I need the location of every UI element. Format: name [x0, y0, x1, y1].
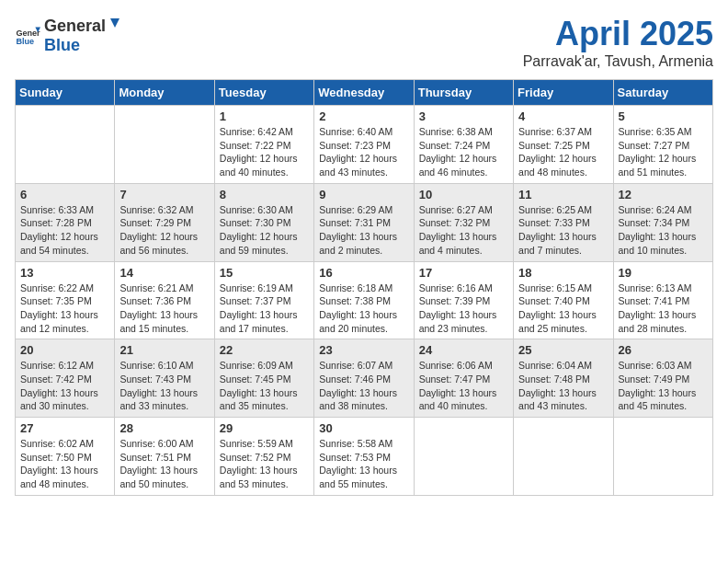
day-number: 18 [518, 266, 608, 280]
calendar-row: 6Sunrise: 6:33 AMSunset: 7:28 PMDaylight… [16, 183, 713, 261]
logo-general-text: General [44, 17, 106, 36]
calendar-cell [16, 106, 115, 184]
weekday-header-tuesday: Tuesday [214, 80, 313, 106]
calendar-cell: 20Sunrise: 6:12 AMSunset: 7:42 PMDayligh… [16, 339, 115, 418]
day-info: Sunrise: 6:22 AMSunset: 7:35 PMDaylight:… [20, 282, 109, 336]
day-info: Sunrise: 6:29 AMSunset: 7:31 PMDaylight:… [319, 203, 408, 258]
calendar-cell [115, 106, 214, 184]
day-number: 19 [619, 266, 708, 280]
day-info: Sunrise: 6:09 AMSunset: 7:45 PMDaylight:… [220, 359, 309, 413]
day-info: Sunrise: 6:04 AMSunset: 7:48 PMDaylight:… [518, 359, 608, 413]
calendar-row: 27Sunrise: 6:02 AMSunset: 7:50 PMDayligh… [16, 418, 713, 496]
calendar-row: 20Sunrise: 6:12 AMSunset: 7:42 PMDayligh… [16, 339, 713, 418]
day-number: 28 [119, 421, 209, 435]
calendar-cell: 4Sunrise: 6:37 AMSunset: 7:25 PMDaylight… [514, 106, 613, 184]
day-number: 20 [20, 343, 109, 357]
location-title: Parravak'ar, Tavush, Armenia [523, 53, 713, 70]
weekday-header-saturday: Saturday [613, 80, 712, 106]
calendar-cell: 15Sunrise: 6:19 AMSunset: 7:37 PMDayligh… [214, 261, 313, 339]
day-info: Sunrise: 6:10 AMSunset: 7:43 PMDaylight:… [119, 359, 209, 413]
day-number: 30 [319, 421, 408, 435]
day-number: 21 [119, 343, 209, 357]
day-info: Sunrise: 6:42 AMSunset: 7:22 PMDaylight:… [220, 125, 309, 179]
calendar-cell [514, 418, 613, 496]
day-info: Sunrise: 6:40 AMSunset: 7:23 PMDaylight:… [319, 125, 408, 179]
day-number: 27 [20, 421, 109, 435]
day-info: Sunrise: 6:15 AMSunset: 7:40 PMDaylight:… [518, 282, 608, 336]
day-info: Sunrise: 6:35 AMSunset: 7:27 PMDaylight:… [619, 125, 708, 179]
calendar-cell: 10Sunrise: 6:27 AMSunset: 7:32 PMDayligh… [414, 183, 513, 261]
calendar-cell: 28Sunrise: 6:00 AMSunset: 7:51 PMDayligh… [115, 418, 214, 496]
day-number: 1 [220, 109, 309, 123]
day-number: 12 [619, 188, 708, 201]
svg-text:Blue: Blue [16, 37, 34, 46]
calendar-cell: 19Sunrise: 6:13 AMSunset: 7:41 PMDayligh… [613, 261, 712, 339]
day-number: 16 [319, 266, 408, 280]
calendar-cell: 12Sunrise: 6:24 AMSunset: 7:34 PMDayligh… [613, 183, 712, 261]
day-info: Sunrise: 6:06 AMSunset: 7:47 PMDaylight:… [419, 359, 508, 413]
day-info: Sunrise: 6:27 AMSunset: 7:32 PMDaylight:… [419, 203, 508, 258]
weekday-header-wednesday: Wednesday [314, 80, 414, 106]
logo-icon: General Blue [15, 22, 40, 48]
day-number: 23 [319, 343, 408, 357]
day-info: Sunrise: 6:03 AMSunset: 7:49 PMDaylight:… [619, 359, 708, 413]
day-info: Sunrise: 6:24 AMSunset: 7:34 PMDaylight:… [619, 203, 708, 258]
day-number: 13 [20, 266, 109, 280]
day-info: Sunrise: 6:32 AMSunset: 7:29 PMDaylight:… [119, 203, 209, 258]
day-number: 11 [518, 188, 608, 201]
day-number: 24 [419, 343, 508, 357]
logo-arrow-icon [107, 15, 123, 31]
calendar-cell: 8Sunrise: 6:30 AMSunset: 7:30 PMDaylight… [214, 183, 313, 261]
day-number: 9 [319, 188, 408, 201]
calendar-cell: 24Sunrise: 6:06 AMSunset: 7:47 PMDayligh… [414, 339, 513, 418]
svg-marker-3 [110, 18, 119, 28]
day-info: Sunrise: 6:21 AMSunset: 7:36 PMDaylight:… [119, 282, 209, 336]
day-info: Sunrise: 5:58 AMSunset: 7:53 PMDaylight:… [319, 437, 408, 491]
day-number: 5 [619, 109, 708, 123]
calendar-cell: 16Sunrise: 6:18 AMSunset: 7:38 PMDayligh… [314, 261, 414, 339]
month-title: April 2025 [523, 15, 713, 53]
day-info: Sunrise: 6:07 AMSunset: 7:46 PMDaylight:… [319, 359, 408, 413]
day-number: 6 [20, 188, 109, 201]
day-info: Sunrise: 6:12 AMSunset: 7:42 PMDaylight:… [20, 359, 109, 413]
day-number: 15 [220, 266, 309, 280]
day-info: Sunrise: 6:16 AMSunset: 7:39 PMDaylight:… [419, 282, 508, 336]
calendar-cell: 29Sunrise: 5:59 AMSunset: 7:52 PMDayligh… [214, 418, 313, 496]
logo: General Blue General Blue [15, 15, 124, 55]
calendar-cell: 26Sunrise: 6:03 AMSunset: 7:49 PMDayligh… [613, 339, 712, 418]
calendar-cell: 17Sunrise: 6:16 AMSunset: 7:39 PMDayligh… [414, 261, 513, 339]
weekday-header-thursday: Thursday [414, 80, 513, 106]
day-info: Sunrise: 6:25 AMSunset: 7:33 PMDaylight:… [518, 203, 608, 258]
calendar-header-row: SundayMondayTuesdayWednesdayThursdayFrid… [16, 80, 713, 106]
day-number: 4 [518, 109, 608, 123]
day-number: 10 [419, 188, 508, 201]
calendar-cell: 7Sunrise: 6:32 AMSunset: 7:29 PMDaylight… [115, 183, 214, 261]
calendar-cell: 25Sunrise: 6:04 AMSunset: 7:48 PMDayligh… [514, 339, 613, 418]
day-number: 8 [220, 188, 309, 201]
day-info: Sunrise: 6:02 AMSunset: 7:50 PMDaylight:… [20, 437, 109, 491]
calendar-cell: 11Sunrise: 6:25 AMSunset: 7:33 PMDayligh… [514, 183, 613, 261]
day-info: Sunrise: 6:37 AMSunset: 7:25 PMDaylight:… [518, 125, 608, 179]
day-info: Sunrise: 6:38 AMSunset: 7:24 PMDaylight:… [419, 125, 508, 179]
calendar-cell: 23Sunrise: 6:07 AMSunset: 7:46 PMDayligh… [314, 339, 414, 418]
title-area: April 2025 Parravak'ar, Tavush, Armenia [523, 15, 713, 70]
day-info: Sunrise: 6:00 AMSunset: 7:51 PMDaylight:… [119, 437, 209, 491]
day-info: Sunrise: 5:59 AMSunset: 7:52 PMDaylight:… [220, 437, 309, 491]
calendar-cell [414, 418, 513, 496]
day-number: 25 [518, 343, 608, 357]
weekday-header-monday: Monday [115, 80, 214, 106]
day-number: 26 [619, 343, 708, 357]
weekday-header-friday: Friday [514, 80, 613, 106]
header: General Blue General Blue April 2025 Par… [15, 15, 713, 70]
calendar-cell: 30Sunrise: 5:58 AMSunset: 7:53 PMDayligh… [314, 418, 414, 496]
day-info: Sunrise: 6:19 AMSunset: 7:37 PMDaylight:… [220, 282, 309, 336]
calendar-cell: 2Sunrise: 6:40 AMSunset: 7:23 PMDaylight… [314, 106, 414, 184]
calendar-cell: 5Sunrise: 6:35 AMSunset: 7:27 PMDaylight… [613, 106, 712, 184]
day-number: 22 [220, 343, 309, 357]
day-number: 3 [419, 109, 508, 123]
calendar-cell: 21Sunrise: 6:10 AMSunset: 7:43 PMDayligh… [115, 339, 214, 418]
calendar-row: 1Sunrise: 6:42 AMSunset: 7:22 PMDaylight… [16, 106, 713, 184]
weekday-header-sunday: Sunday [16, 80, 115, 106]
calendar-cell: 27Sunrise: 6:02 AMSunset: 7:50 PMDayligh… [16, 418, 115, 496]
calendar-cell: 1Sunrise: 6:42 AMSunset: 7:22 PMDaylight… [214, 106, 313, 184]
